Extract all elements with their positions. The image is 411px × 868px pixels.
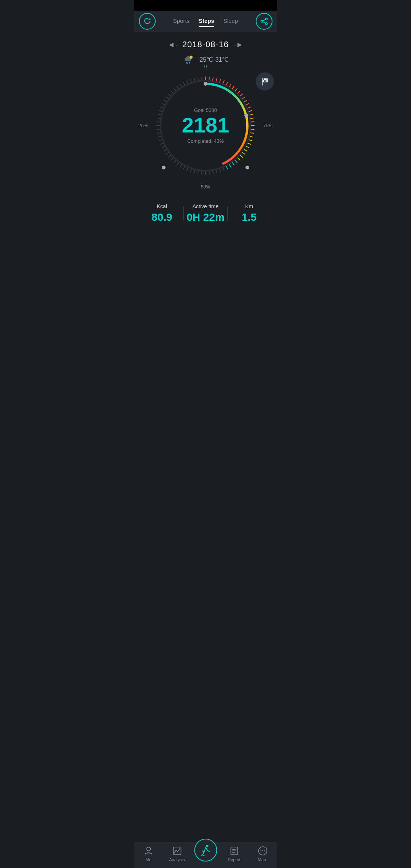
svg-point-94 [245,166,249,169]
svg-line-61 [244,150,247,151]
svg-point-2 [265,23,267,25]
svg-point-92 [244,113,248,117]
svg-line-6 [186,62,186,64]
svg-line-10 [198,78,198,81]
svg-line-43 [187,168,188,171]
current-date: 2018-08-16 [182,40,229,49]
svg-line-47 [202,171,202,174]
svg-line-19 [169,94,171,96]
gauge-container: /* ticks generated below via JS */ [152,72,259,179]
svg-line-29 [157,129,160,129]
active-time-value: 0H 22m [184,212,227,223]
svg-line-14 [183,82,185,85]
svg-line-77 [240,94,242,96]
svg-line-11 [194,78,195,81]
svg-line-18 [171,91,173,93]
svg-line-75 [244,100,247,102]
km-value: 1.5 [228,212,271,223]
svg-line-74 [246,104,249,105]
svg-line-78 [238,91,240,93]
svg-line-50 [213,171,213,174]
svg-point-0 [265,18,267,20]
svg-rect-99 [264,80,266,82]
stat-kcal: Kcal 80.9 [140,203,184,223]
svg-line-26 [158,118,161,118]
svg-line-25 [158,114,161,115]
gauge-section: /* ticks generated below via JS */ [134,72,277,179]
svg-line-23 [161,107,163,108]
share-button[interactable] [256,13,272,30]
svg-line-41 [180,164,182,167]
kcal-value: 80.9 [140,212,184,223]
svg-line-57 [235,160,237,163]
svg-line-64 [249,140,252,140]
svg-line-37 [169,155,171,157]
svg-line-15 [180,84,182,87]
svg-line-60 [242,153,245,155]
stat-active-time: Active time 0H 22m [184,203,227,223]
svg-line-70 [251,118,254,118]
svg-line-24 [159,110,162,111]
svg-line-33 [161,143,163,144]
svg-line-62 [246,146,249,148]
svg-line-85 [216,78,217,81]
svg-line-72 [249,110,252,111]
next-date-button[interactable]: ···► [233,40,244,49]
svg-line-58 [238,158,240,160]
svg-line-83 [223,81,224,83]
svg-line-35 [164,150,167,151]
svg-line-56 [233,163,234,165]
svg-line-86 [213,78,213,81]
tab-sleep[interactable]: Sleep [223,18,238,26]
svg-point-93 [162,166,166,169]
svg-line-49 [209,171,209,174]
svg-line-9 [202,77,202,80]
flag-button[interactable] [256,72,274,91]
svg-line-52 [220,169,220,172]
svg-line-63 [248,143,250,144]
svg-line-81 [229,84,231,87]
svg-line-87 [209,77,209,80]
svg-line-76 [242,97,245,99]
prev-date-button[interactable]: ◄··· [167,40,178,49]
svg-line-8 [189,62,190,64]
svg-line-44 [190,169,191,172]
svg-line-59 [240,155,242,157]
svg-line-53 [223,168,224,171]
tab-sports[interactable]: Sports [173,18,190,26]
svg-line-7 [188,62,188,64]
active-time-label: Active time [184,203,227,209]
svg-line-46 [198,171,198,174]
svg-line-66 [251,133,254,133]
svg-line-54 [226,166,228,169]
svg-line-4 [263,22,265,23]
pct-75-label: 75% [263,123,272,128]
completed-label: Completed: 43% [182,138,229,144]
svg-line-42 [183,166,185,169]
svg-line-16 [177,86,179,88]
svg-line-79 [235,89,237,91]
svg-line-82 [226,82,228,85]
top-nav: Sports Steps Sleep [134,11,277,32]
svg-line-32 [159,140,162,140]
goal-label: Goal 5000 [182,107,229,113]
stats-row: Kcal 80.9 Active time 0H 22m Km 1.5 [134,203,277,233]
svg-line-12 [190,79,191,82]
refresh-button[interactable] [139,13,156,30]
svg-line-45 [194,170,195,173]
svg-point-1 [261,21,263,22]
nav-tabs: Sports Steps Sleep [173,18,238,26]
pct-50-label: 50% [201,184,210,190]
svg-line-65 [250,136,253,137]
svg-line-80 [233,86,234,88]
weather-icon [182,53,196,66]
svg-line-39 [174,160,176,163]
gauge-center: Goal 5000 2181 Completed: 43% [182,107,229,144]
pct-0-label: 0 [204,64,207,69]
svg-line-36 [166,153,168,155]
date-row: ◄··· 2018-08-16 ···► [134,40,277,49]
steps-value: 2181 [182,115,229,136]
svg-line-40 [177,163,179,165]
tab-steps[interactable]: Steps [199,18,214,26]
stat-km: Km 1.5 [228,203,271,223]
